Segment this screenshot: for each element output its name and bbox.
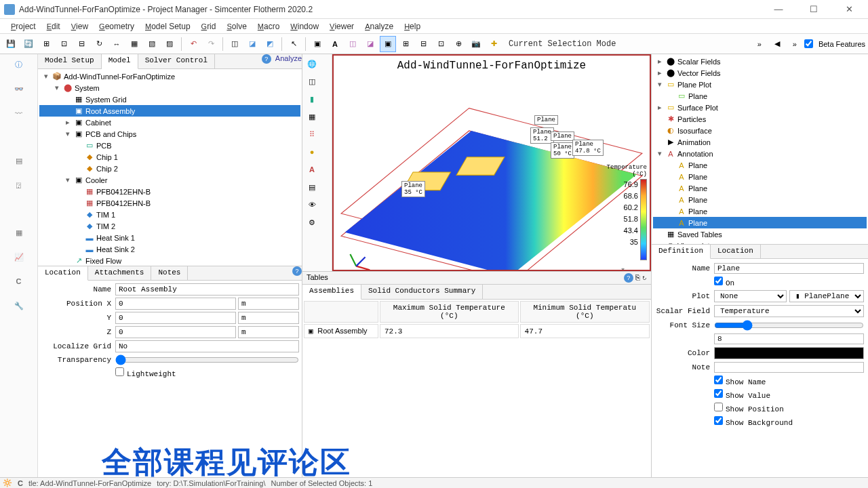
tree-item-pcb[interactable]: ▭PCB (39, 140, 300, 151)
tree-item-saved-tables[interactable]: ▦Saved Tables (653, 228, 867, 240)
menu-viewer[interactable]: Viewer (324, 20, 359, 33)
v-globe-icon[interactable]: 🌐 (304, 56, 320, 72)
tree-item-plane[interactable]: APlane (653, 205, 867, 217)
redo-icon[interactable]: ↷ (203, 36, 219, 52)
localize-input[interactable] (115, 340, 299, 352)
tree-item-cooler[interactable]: ▾▣Cooler (39, 174, 300, 186)
tree-item-pfb0412ehn-b[interactable]: ▦PFB0412EHN-B (39, 197, 300, 209)
plane-annotation[interactable]: Plane50 °C (551, 142, 574, 159)
tree-item-plane[interactable]: APlane (653, 159, 867, 171)
tab-solver-control[interactable]: Solver Control (138, 54, 215, 68)
tab-location[interactable]: Location (38, 266, 88, 281)
show-position-checkbox[interactable]: Show Position (714, 403, 784, 413)
more-icon[interactable]: » (751, 36, 768, 52)
posy-unit[interactable] (238, 312, 299, 324)
chart-icon[interactable]: 📈 (12, 249, 26, 264)
close-button[interactable]: ✕ (837, 3, 861, 16)
tables-refresh-icon[interactable]: ↻ (642, 273, 647, 281)
show-value-checkbox[interactable]: Show Value (714, 389, 770, 400)
menu-model-setup[interactable]: Model Setup (140, 20, 196, 33)
shaded-cube-icon[interactable]: ◩ (262, 36, 278, 52)
transparency-slider[interactable] (115, 354, 299, 365)
save-icon[interactable]: 💾 (3, 36, 19, 52)
text-icon[interactable]: A (327, 36, 343, 52)
tool-icon[interactable]: 🔧 (12, 298, 26, 313)
model-tree[interactable]: ▾📦Add-WindTunnel-ForFanOptimize▾⬤System▦… (38, 69, 302, 266)
name-input[interactable] (115, 283, 299, 296)
tree-item-root-assembly[interactable]: ▣Root Assembly (39, 105, 300, 117)
tables-export-icon[interactable]: ⎘ (635, 273, 640, 281)
tree-item-cabinet[interactable]: ▸▣Cabinet (39, 117, 300, 128)
plane-annotation[interactable]: Plane47.8 °C (572, 140, 604, 156)
face2-icon[interactable]: ◪ (362, 36, 378, 52)
note-input[interactable] (714, 362, 864, 373)
tree-item-tim-2[interactable]: ◆TIM 2 (39, 220, 300, 232)
tree-item-system-grid[interactable]: ▦System Grid (39, 94, 300, 105)
tree-item-animation[interactable]: ▶Animation (653, 136, 867, 148)
posx-input[interactable] (115, 298, 236, 310)
posy-input[interactable] (115, 312, 236, 324)
cube3-icon[interactable]: ▨ (161, 36, 178, 52)
reload-icon[interactable]: 🔄 (20, 36, 37, 52)
info-icon[interactable]: ⓘ (12, 57, 26, 72)
v-layers-icon[interactable]: ▤ (304, 179, 320, 195)
tree-item-tim-1[interactable]: ◆TIM 1 (39, 209, 300, 220)
posx-unit[interactable] (238, 298, 299, 310)
scalar-select[interactable]: Temperature (714, 305, 864, 317)
cube2-icon[interactable]: ▧ (144, 36, 160, 52)
undo-icon[interactable]: ↶ (185, 36, 201, 52)
plane-annotation[interactable]: Plane (551, 131, 574, 141)
tree-item-fixed-flow[interactable]: ↗Fixed Flow (39, 255, 300, 266)
beta-features-toggle[interactable]: Beta Features (804, 39, 865, 48)
measure-icon[interactable]: ↔ (108, 36, 125, 52)
v-cube-icon[interactable]: ◫ (304, 73, 320, 89)
plot-select[interactable]: None (714, 290, 787, 302)
tab-solid-conductors-summary[interactable]: Solid Conductors Summary (361, 285, 483, 299)
menu-window[interactable]: Window (285, 20, 324, 33)
plane-annotation[interactable]: Plane (534, 115, 558, 125)
3d-viewport[interactable]: Add-WindTunnel-ForFanOptimize (332, 54, 651, 271)
menu-project[interactable]: Project (5, 20, 41, 33)
show-name-checkbox[interactable]: Show Name (714, 375, 766, 386)
color-swatch[interactable] (714, 347, 864, 359)
show-background-checkbox[interactable]: Show Background (714, 416, 793, 427)
plot2-select[interactable]: ▮ PlanePlane (789, 290, 864, 302)
tree-item-plane[interactable]: APlane (653, 171, 867, 182)
menu-macro[interactable]: Macro (252, 20, 285, 33)
tab-location[interactable]: Location (711, 245, 761, 258)
tree-item-add-windtunnel-forfanoptimize[interactable]: ▾📦Add-WindTunnel-ForFanOptimize (39, 70, 300, 82)
tree-item-annotation[interactable]: ▾AAnnotation (653, 148, 867, 159)
tree-item-pcb-and-chips[interactable]: ▾▣PCB and Chips (39, 128, 300, 140)
tree-item-isosurface[interactable]: ◐Isosurface (653, 125, 867, 136)
snap2-icon[interactable]: ⊟ (73, 36, 90, 52)
menu-analyze[interactable]: Analyze (359, 20, 399, 33)
glasses-icon[interactable]: 👓 (12, 81, 26, 96)
menu-solve[interactable]: Solve (221, 20, 252, 33)
grid2-icon[interactable]: ⊟ (415, 36, 431, 52)
grid1-icon[interactable]: ⊞ (397, 36, 414, 52)
tree-item-particles[interactable]: ✱Particles (653, 113, 867, 125)
results-tree[interactable]: ▸⬤Scalar Fields▸⬤Vector Fields▾▭Plane Pl… (652, 54, 868, 244)
tree-item-pfb0412ehn-b[interactable]: ▦PFB0412EHN-B (39, 186, 300, 197)
tree-item-plane-plot[interactable]: ▾▭Plane Plot (653, 79, 867, 90)
prev-icon[interactable]: ◀ (769, 36, 785, 52)
tree-item-surface-plot[interactable]: ▸▭Surface Plot (653, 102, 867, 113)
v-grad-icon[interactable]: ▦ (304, 108, 320, 125)
menu-geometry[interactable]: Geometry (94, 20, 140, 33)
face1-icon[interactable]: ◫ (344, 36, 361, 52)
tab-notes[interactable]: Notes (151, 266, 188, 280)
grid-icon[interactable]: ⊞ (38, 36, 54, 52)
menu-view[interactable]: View (66, 20, 94, 33)
pointer-icon[interactable]: ↖ (285, 36, 302, 52)
table-row[interactable]: ▣ Root Assembly 72.3 47.7 (304, 324, 650, 338)
v-gear-icon[interactable]: ⚙ (304, 214, 320, 230)
tab-model[interactable]: Model (102, 54, 138, 69)
tree-item-heat-sink-1[interactable]: ▬Heat Sink 1 (39, 232, 300, 243)
fontsize-input[interactable] (714, 333, 864, 344)
layers-icon[interactable]: ▤ (12, 153, 26, 168)
menu-edit[interactable]: Edit (41, 20, 66, 33)
next-icon[interactable]: » (787, 36, 803, 52)
grid3-icon[interactable]: ⊡ (433, 36, 449, 52)
v-sphere-icon[interactable]: ● (304, 144, 320, 160)
tree-item-scalar-fields[interactable]: ▸⬤Scalar Fields (653, 56, 867, 67)
